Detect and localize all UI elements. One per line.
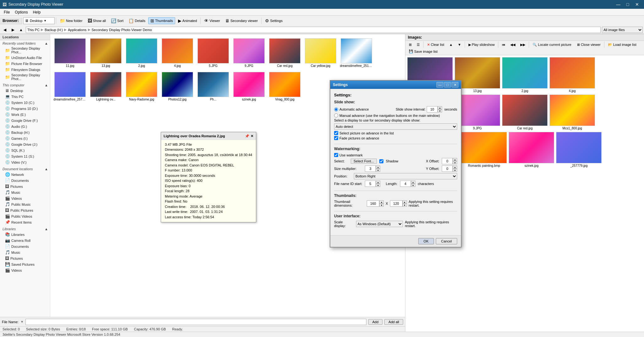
file-item[interactable]: 5.JPG <box>196 37 230 69</box>
settings-close[interactable]: ✕ <box>452 82 458 88</box>
y-offset-input[interactable] <box>442 166 453 172</box>
minimize-button[interactable]: — <box>614 1 623 8</box>
add-button[interactable]: Add <box>368 319 383 325</box>
menu-file[interactable]: File <box>1 9 12 15</box>
select-font-button[interactable]: Select Font... <box>351 159 377 164</box>
image-item[interactable]: 2.jpg <box>502 57 548 93</box>
menu-options[interactable]: Options <box>12 9 30 15</box>
length-input[interactable] <box>400 181 411 187</box>
list-view-button[interactable]: ☰ <box>414 42 422 48</box>
file-item[interactable]: Car red.jpg <box>268 37 302 69</box>
file-item[interactable]: szinek.jpg <box>232 70 266 103</box>
sidebar-item-undistort[interactable]: 📁 UnDistort Audio File <box>0 55 50 61</box>
file-name-input[interactable] <box>25 319 366 325</box>
next-button[interactable]: ▶▶ <box>518 42 528 48</box>
breadcrumb-backup[interactable]: Backup (H:) <box>45 28 63 32</box>
sidebar-item-network[interactable]: 🌐 Network <box>0 171 50 177</box>
use-watermark-checkbox[interactable] <box>334 153 338 157</box>
y-offset-down[interactable]: ▼ <box>453 169 457 172</box>
thumb-height-up[interactable]: ▲ <box>403 200 407 204</box>
settings-restore[interactable]: □ <box>444 82 451 88</box>
file-item[interactable]: dreamstimefree_251887.jpg <box>339 37 374 69</box>
new-folder-button[interactable]: 📁 New folder <box>57 17 85 24</box>
file-item[interactable]: Photos12.jpg <box>160 70 195 103</box>
forward-button[interactable]: ▶ <box>9 27 16 33</box>
animated-button[interactable]: ▶ Animated <box>176 17 199 24</box>
file-name-id-input[interactable] <box>365 181 376 187</box>
sidebar-item-pictures[interactable]: 🖼 Pictures <box>0 183 50 189</box>
sidebar-item-this-pc[interactable]: 💻 This PC <box>0 94 50 100</box>
sidebar-item-c[interactable]: 💿 System 10 (C:) <box>0 100 50 106</box>
locate-current-button[interactable]: 🔍 Locate current picture <box>530 42 573 48</box>
load-image-list-button[interactable]: 📂 Load image list <box>606 42 639 48</box>
close-button[interactable]: ✕ <box>633 1 641 8</box>
add-all-button[interactable]: Add all <box>384 319 403 325</box>
viewer-button[interactable]: 👁 Viewer <box>202 17 222 24</box>
sidebar-item-public-music[interactable]: 🎵 Public Music <box>0 201 50 207</box>
grid-view-button[interactable]: ⊞ <box>407 42 414 48</box>
sidebar-item-camera-roll[interactable]: 📷 Camera Roll <box>0 237 50 243</box>
file-filter-select[interactable]: All image files <box>602 27 643 33</box>
image-item[interactable]: Mcs1_800.jpg <box>549 95 595 130</box>
thumb-width-up[interactable]: ▲ <box>379 200 384 204</box>
file-item[interactable]: Car yellow.jpg <box>303 37 338 69</box>
cancel-button[interactable]: Cancel <box>436 238 457 244</box>
file-name-id-up[interactable]: ▲ <box>376 181 380 184</box>
fade-pictures-checkbox[interactable] <box>334 136 338 140</box>
image-item[interactable]: 4.jpg <box>549 57 595 93</box>
collapse-recently-used[interactable]: ▲ <box>45 41 48 45</box>
file-item[interactable]: 11.jpg <box>53 37 87 69</box>
sidebar-item-sdp1[interactable]: 📁 Secondary Display Phot... <box>0 46 50 55</box>
details-button[interactable]: 📋 Details <box>126 17 148 24</box>
sort-button[interactable]: 🔃 Sort <box>109 17 126 24</box>
x-offset-up[interactable]: ▲ <box>453 158 457 161</box>
sidebar-item-picture-browser[interactable]: 📁 Picture File Browser <box>0 61 50 67</box>
manual-advance-radio[interactable] <box>334 113 338 117</box>
interval-up[interactable]: ▲ <box>438 106 442 109</box>
interval-input[interactable] <box>427 106 438 112</box>
thumb-height-input[interactable] <box>390 200 403 207</box>
size-down[interactable]: ▼ <box>376 169 380 172</box>
image-item[interactable]: Car red.jpg <box>502 95 548 130</box>
sidebar-item-lib-pictures[interactable]: 🖼 Pictures <box>0 255 50 261</box>
scale-select[interactable]: As Windows (Default) <box>356 221 403 227</box>
image-item[interactable]: szinek.jpg <box>509 132 554 167</box>
collapse-this-computer[interactable]: ▲ <box>45 83 48 87</box>
settings-button[interactable]: ⚙ Settings <box>263 17 285 24</box>
shadow-checkbox[interactable] <box>379 159 383 163</box>
thumb-height-down[interactable]: ▼ <box>403 204 407 207</box>
sidebar-item-lib-videos[interactable]: 🎬 Videos <box>0 267 50 273</box>
file-item[interactable]: 2.jpg <box>124 37 159 69</box>
size-up[interactable]: ▲ <box>376 166 380 169</box>
sidebar-item-j[interactable]: 💿 Google Drive (J:) <box>0 141 50 147</box>
sidebar-item-public-pictures[interactable]: 🖼 Public Pictures <box>0 207 50 213</box>
move-down-button[interactable]: ▼ <box>456 42 463 47</box>
libraries-header[interactable]: Libraries ▲ <box>0 226 50 231</box>
file-item[interactable]: Lightning ov... <box>89 70 123 103</box>
file-item[interactable]: 13.jpg <box>89 37 123 69</box>
y-offset-up[interactable]: ▲ <box>453 166 457 169</box>
sidebar-item-public-videos[interactable]: 🎬 Public Videos <box>0 213 50 219</box>
auto-advance-radio[interactable] <box>334 107 338 111</box>
x-offset-input[interactable] <box>442 158 453 164</box>
display-select[interactable]: Auto detect <box>334 123 457 130</box>
length-down[interactable]: ▼ <box>411 184 415 187</box>
settings-minimize[interactable]: — <box>436 82 443 88</box>
collapse-libraries[interactable]: ▲ <box>45 227 48 231</box>
sidebar-item-lib-documents[interactable]: 📄 Documents <box>0 243 50 249</box>
file-item[interactable]: Ph... <box>196 70 230 103</box>
file-item[interactable]: 4.jpg <box>160 37 195 69</box>
sidebar-item-k[interactable]: 💿 SQL (K:) <box>0 147 50 153</box>
sidebar-item-saved-pictures[interactable]: 💾 Saved Pictures <box>0 261 50 267</box>
tooltip-pin[interactable]: 📌 <box>245 133 249 139</box>
this-computer-header[interactable]: This computer ▲ <box>0 83 50 88</box>
sidebar-item-s[interactable]: 💿 System 11 (S:) <box>0 153 50 159</box>
image-item[interactable]: _257779.jpg <box>556 132 602 167</box>
file-item[interactable]: Virag_800.jpg <box>268 70 302 103</box>
restore-button[interactable]: □ <box>623 1 632 8</box>
sidebar-item-recent-items[interactable]: 📌 Recent Items <box>0 219 50 225</box>
sidebar-item-d[interactable]: 💿 Programs 10 (D:) <box>0 106 50 111</box>
sidebar-item-g[interactable]: 💿 Audio (G:) <box>0 123 50 129</box>
menu-help[interactable]: Help <box>30 9 43 15</box>
file-item[interactable]: Navy-Radome.jpg <box>124 70 159 103</box>
